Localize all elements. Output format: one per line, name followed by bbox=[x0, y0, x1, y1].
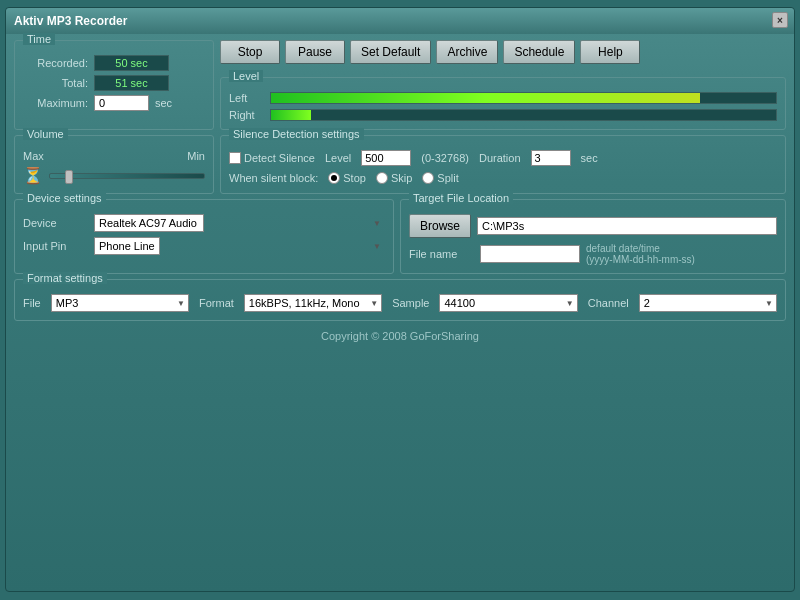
archive-button[interactable]: Archive bbox=[436, 40, 498, 64]
recorded-label: Recorded: bbox=[23, 57, 88, 69]
level-section: Left Right bbox=[229, 92, 777, 121]
file-label: File bbox=[23, 297, 41, 309]
channel-select-wrapper: 2 bbox=[639, 294, 777, 312]
third-row: Device settings Device Realtek AC97 Audi… bbox=[14, 199, 786, 274]
pause-button[interactable]: Pause bbox=[285, 40, 345, 64]
channel-select[interactable]: 2 bbox=[639, 294, 777, 312]
sample-select[interactable]: 44100 bbox=[439, 294, 577, 312]
silence-bottom-row: When silent block: Stop Skip Split bbox=[229, 172, 777, 184]
right-level-fill bbox=[271, 110, 311, 120]
volume-slider-thumb[interactable] bbox=[65, 170, 73, 184]
silence-level-input[interactable] bbox=[361, 150, 411, 166]
input-pin-row: Input Pin Phone Line bbox=[23, 237, 385, 255]
target-row1: Browse bbox=[409, 214, 777, 238]
schedule-button[interactable]: Schedule bbox=[503, 40, 575, 64]
level-group: Level Left Right bbox=[220, 77, 786, 130]
footer: Copyright © 2008 GoForSharing bbox=[14, 326, 786, 344]
volume-labels: Max Min bbox=[23, 150, 205, 162]
device-select-wrapper: Realtek AC97 Audio bbox=[94, 214, 385, 232]
top-row: Time Recorded: 50 sec Total: 51 sec Maxi… bbox=[14, 40, 786, 130]
time-group: Time Recorded: 50 sec Total: 51 sec Maxi… bbox=[14, 40, 214, 130]
recorded-row: Recorded: 50 sec bbox=[23, 55, 205, 71]
input-pin-label: Input Pin bbox=[23, 240, 88, 252]
stop-radio-text: Stop bbox=[343, 172, 366, 184]
total-value: 51 sec bbox=[94, 75, 169, 91]
skip-radio-label[interactable]: Skip bbox=[376, 172, 412, 184]
sample-select-wrapper: 44100 bbox=[439, 294, 577, 312]
footer-text: Copyright © 2008 GoForSharing bbox=[321, 330, 479, 342]
when-silent-text: When silent block: bbox=[229, 172, 318, 184]
path-input[interactable] bbox=[477, 217, 777, 235]
skip-radio-text: Skip bbox=[391, 172, 412, 184]
buttons-row: Stop Pause Set Default Archive Schedule … bbox=[220, 40, 786, 64]
split-radio[interactable] bbox=[422, 172, 434, 184]
device-settings-group: Device settings Device Realtek AC97 Audi… bbox=[14, 199, 394, 274]
target-row2: File name default date/time (yyyy-MM-dd-… bbox=[409, 243, 777, 265]
maximum-label: Maximum: bbox=[23, 97, 88, 109]
main-content: Time Recorded: 50 sec Total: 51 sec Maxi… bbox=[6, 34, 794, 591]
device-select[interactable]: Realtek AC97 Audio bbox=[94, 214, 204, 232]
time-group-label: Time bbox=[23, 33, 55, 45]
device-label: Device bbox=[23, 217, 88, 229]
detect-silence-label[interactable]: Detect Silence bbox=[229, 152, 315, 164]
sample-label: Sample bbox=[392, 297, 429, 309]
stop-radio[interactable] bbox=[328, 172, 340, 184]
split-radio-text: Split bbox=[437, 172, 458, 184]
volume-slider-track[interactable] bbox=[49, 173, 205, 179]
detect-silence-checkbox[interactable] bbox=[229, 152, 241, 164]
detect-silence-text: Detect Silence bbox=[244, 152, 315, 164]
silence-detection-label: Silence Detection settings bbox=[229, 128, 364, 140]
volume-max-label: Max bbox=[23, 150, 44, 162]
input-pin-select[interactable]: Phone Line bbox=[94, 237, 160, 255]
maximum-unit: sec bbox=[155, 97, 172, 109]
total-label: Total: bbox=[23, 77, 88, 89]
format-settings-label: Format settings bbox=[23, 272, 107, 284]
target-file-label: Target File Location bbox=[409, 192, 513, 204]
second-row: Volume Max Min ⏳ Silence Detect bbox=[14, 135, 786, 194]
format-label: Format bbox=[199, 297, 234, 309]
total-row: Total: 51 sec bbox=[23, 75, 205, 91]
silence-top-row: Detect Silence Level (0-32768) Duration … bbox=[229, 150, 777, 166]
duration-unit: sec bbox=[581, 152, 598, 164]
file-select[interactable]: MP3 bbox=[51, 294, 189, 312]
window-title: Aktiv MP3 Recorder bbox=[14, 14, 127, 28]
main-window: Aktiv MP3 Recorder × Time Recorded: 50 s… bbox=[5, 7, 795, 592]
right-level-bar bbox=[270, 109, 777, 121]
file-select-wrapper: MP3 bbox=[51, 294, 189, 312]
level-group-label: Level bbox=[229, 70, 263, 82]
device-settings-label: Device settings bbox=[23, 192, 106, 204]
format-row: File MP3 Format 16kBPS, 11kHz, Mono Samp… bbox=[23, 294, 777, 312]
left-level-fill bbox=[271, 93, 700, 103]
help-button[interactable]: Help bbox=[580, 40, 640, 64]
maximum-input[interactable] bbox=[94, 95, 149, 111]
split-radio-label[interactable]: Split bbox=[422, 172, 458, 184]
target-file-group: Target File Location Browse File name de… bbox=[400, 199, 786, 274]
hourglass-icon: ⏳ bbox=[23, 166, 43, 185]
title-bar: Aktiv MP3 Recorder × bbox=[6, 8, 794, 34]
duration-text: Duration bbox=[479, 152, 521, 164]
level-text: Level bbox=[325, 152, 351, 164]
format-select-wrapper: 16kBPS, 11kHz, Mono bbox=[244, 294, 382, 312]
left-label: Left bbox=[229, 92, 264, 104]
set-default-button[interactable]: Set Default bbox=[350, 40, 431, 64]
browse-button[interactable]: Browse bbox=[409, 214, 471, 238]
right-label: Right bbox=[229, 109, 264, 121]
filename-label: File name bbox=[409, 248, 474, 260]
left-level-bar bbox=[270, 92, 777, 104]
default-text: default date/time bbox=[586, 243, 695, 254]
recorded-value: 50 sec bbox=[94, 55, 169, 71]
stop-button[interactable]: Stop bbox=[220, 40, 280, 64]
skip-radio[interactable] bbox=[376, 172, 388, 184]
filename-input[interactable] bbox=[480, 245, 580, 263]
format-select[interactable]: 16kBPS, 11kHz, Mono bbox=[244, 294, 382, 312]
level-right-row: Right bbox=[229, 109, 777, 121]
channel-label: Channel bbox=[588, 297, 629, 309]
volume-min-label: Min bbox=[187, 150, 205, 162]
duration-input[interactable] bbox=[531, 150, 571, 166]
volume-inner: Max Min ⏳ bbox=[23, 150, 205, 185]
close-button[interactable]: × bbox=[772, 12, 788, 28]
level-left-row: Left bbox=[229, 92, 777, 104]
stop-radio-label[interactable]: Stop bbox=[328, 172, 366, 184]
device-row: Device Realtek AC97 Audio bbox=[23, 214, 385, 232]
input-pin-select-wrapper: Phone Line bbox=[94, 237, 385, 255]
